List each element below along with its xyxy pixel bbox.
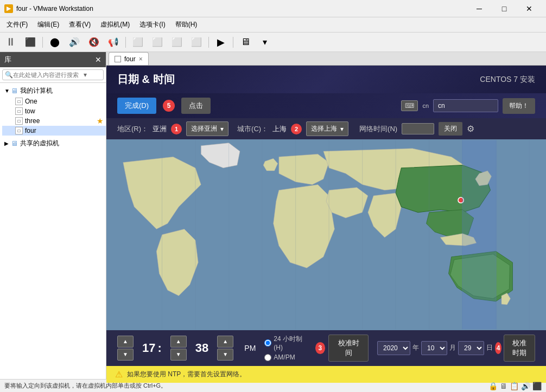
pause-button[interactable]: ⏸ bbox=[2, 35, 20, 50]
toolbar-screen2[interactable]: ⬜ bbox=[149, 35, 166, 50]
tree-arrow-icon: ▼ bbox=[4, 88, 11, 94]
status-icon-2[interactable]: 🖥 bbox=[500, 382, 507, 390]
ntp-label: 网络时间(N) bbox=[359, 124, 397, 134]
vm-name-tow: tow bbox=[25, 107, 35, 115]
sec-up-button[interactable]: ▲ bbox=[217, 336, 233, 348]
region-value: 亚洲 bbox=[153, 124, 167, 134]
app-icon: ▶ bbox=[4, 4, 13, 13]
sec-down-button[interactable]: ▼ bbox=[217, 349, 233, 361]
year-select[interactable]: 2020 bbox=[377, 341, 410, 355]
ntp-close-button[interactable]: 关闭 bbox=[439, 122, 462, 136]
close-button[interactable]: ✕ bbox=[517, 0, 542, 17]
toolbar-terminal[interactable]: ▶ bbox=[212, 35, 230, 50]
menu-edit[interactable]: 编辑(E) bbox=[33, 19, 64, 30]
vm-controls-row: 完成(D) 5 点击 ⌨ cn 帮助！ bbox=[106, 93, 546, 118]
vm-name-four: four bbox=[25, 127, 36, 134]
tab-close-button[interactable]: × bbox=[139, 55, 143, 63]
keyboard-icon: ⌨ bbox=[401, 100, 418, 111]
time-ampm: PM bbox=[244, 344, 256, 352]
click-button[interactable]: 点击 bbox=[181, 98, 211, 114]
ntp-input[interactable] bbox=[402, 123, 434, 134]
sidebar-tree: ▼ 🖥 我的计算机 □ One □ tow □ three ★ bbox=[0, 83, 106, 379]
toolbar-network[interactable]: ⬤ bbox=[46, 35, 64, 50]
sidebar-item-three[interactable]: □ three ★ bbox=[2, 116, 106, 126]
min-up-button[interactable]: ▲ bbox=[170, 336, 187, 348]
menu-tabs[interactable]: 选项卡(I) bbox=[135, 19, 169, 30]
vm-header: 日期 & 时间 CENTOS 7 安装 bbox=[106, 66, 546, 93]
tab-four[interactable]: four × bbox=[109, 52, 149, 65]
my-computer-group: ▼ 🖥 我的计算机 □ One □ tow □ three ★ bbox=[0, 85, 106, 136]
status-bar-right: 🔒 🖥 📋 🔊 ⬛ bbox=[488, 382, 542, 390]
vm-icon-tow: □ bbox=[15, 107, 23, 115]
select-region-button[interactable]: 选择亚洲 ▾ bbox=[186, 121, 228, 136]
toolbar-btn-1[interactable]: ⬛ bbox=[22, 35, 39, 50]
ampm-label: AM/PM bbox=[274, 354, 295, 361]
menu-help[interactable]: 帮助(H) bbox=[171, 19, 202, 30]
toolbar-screen4[interactable]: ⬜ bbox=[188, 35, 205, 50]
hour-down-button[interactable]: ▼ bbox=[117, 349, 134, 361]
vm-name-three: three bbox=[25, 117, 40, 125]
settings-icon[interactable]: ⚙ bbox=[467, 124, 474, 134]
status-icon-5[interactable]: ⬛ bbox=[532, 382, 542, 390]
sidebar-close-button[interactable]: ✕ bbox=[95, 55, 101, 64]
sidebar-item-four[interactable]: □ four bbox=[2, 126, 106, 136]
day-select[interactable]: 29 bbox=[458, 341, 484, 355]
minimize-button[interactable]: ─ bbox=[467, 0, 492, 17]
toolbar-screen3[interactable]: ⬜ bbox=[168, 35, 186, 50]
step1-badge: 1 bbox=[171, 124, 182, 134]
24h-radio-group: 24 小时制(H) bbox=[264, 335, 306, 351]
warning-icon: ⚠ bbox=[115, 369, 123, 380]
search-cn-input[interactable] bbox=[433, 99, 498, 112]
toolbar-display[interactable]: 🖥 bbox=[237, 35, 254, 50]
vm-icon-three: □ bbox=[15, 117, 23, 125]
calibrate-date-button[interactable]: 校准时期 bbox=[504, 335, 535, 362]
tab-label: four bbox=[124, 55, 136, 63]
search-cn-label: cn bbox=[422, 102, 429, 109]
select-region-label: 选择亚洲 bbox=[191, 124, 217, 133]
toolbar-audio[interactable]: 🔊 bbox=[66, 35, 83, 50]
hour-up-button[interactable]: ▲ bbox=[117, 336, 134, 348]
menu-view[interactable]: 查看(V) bbox=[65, 19, 95, 30]
month-select[interactable]: 10 bbox=[421, 341, 447, 355]
toolbar-separator-4 bbox=[233, 37, 233, 48]
sidebar-search-box: 🔍 ▾ bbox=[2, 69, 104, 80]
status-icon-3[interactable]: 📋 bbox=[510, 382, 519, 390]
dropdown-icon[interactable]: ▾ bbox=[84, 71, 87, 79]
toolbar-screen1[interactable]: ⬜ bbox=[129, 35, 147, 50]
search-input[interactable] bbox=[13, 72, 84, 78]
warning-text: 如果您要使用 NTP，需要首先设置网络。 bbox=[127, 370, 246, 379]
status-icon-1[interactable]: 🔒 bbox=[488, 382, 498, 390]
menu-file[interactable]: 文件(F) bbox=[2, 19, 32, 30]
toolbar-display-arrow[interactable]: ▾ bbox=[256, 35, 274, 50]
24h-radio[interactable] bbox=[264, 339, 271, 346]
vm-icon-four: □ bbox=[15, 127, 23, 134]
step4-badge: 4 bbox=[495, 342, 501, 354]
sidebar-header: 库 ✕ bbox=[0, 52, 106, 67]
my-computer-header[interactable]: ▼ 🖥 我的计算机 bbox=[2, 85, 106, 97]
toolbar-vol[interactable]: 📢 bbox=[105, 35, 122, 50]
calibrate-time-area: 3 校准时间 bbox=[315, 335, 369, 362]
shared-header[interactable]: ▶ 🖥 共享的虚拟机 bbox=[2, 138, 106, 149]
calibrate-time-button[interactable]: 校准时间 bbox=[328, 335, 369, 362]
tab-bar: four × bbox=[106, 52, 546, 66]
maximize-button[interactable]: □ bbox=[492, 0, 517, 17]
sidebar-item-one[interactable]: □ One bbox=[2, 97, 106, 106]
min-display: 38 bbox=[195, 341, 208, 355]
shared-arrow-icon: ▶ bbox=[4, 140, 11, 146]
select-city-button[interactable]: 选择上海 ▾ bbox=[306, 121, 348, 136]
warning-bar: ⚠ 如果您要使用 NTP，需要首先设置网络。 bbox=[106, 366, 546, 383]
toolbar-mute[interactable]: 🔇 bbox=[85, 35, 103, 50]
vm-page-title: 日期 & 时间 bbox=[117, 72, 175, 87]
ampm-radio[interactable] bbox=[264, 354, 271, 361]
tab-vm-icon bbox=[115, 56, 121, 62]
city-dropdown-icon: ▾ bbox=[340, 125, 344, 133]
sidebar-item-tow[interactable]: □ tow bbox=[2, 106, 106, 116]
menu-vm[interactable]: 虚拟机(M) bbox=[96, 19, 134, 30]
min-down-button[interactable]: ▼ bbox=[170, 349, 187, 361]
done-button[interactable]: 完成(D) bbox=[117, 98, 156, 114]
status-icon-4[interactable]: 🔊 bbox=[521, 382, 530, 390]
sidebar-search-area: 🔍 ▾ bbox=[0, 67, 106, 83]
help-button[interactable]: 帮助！ bbox=[503, 98, 535, 114]
time-colon: : bbox=[157, 341, 161, 355]
city-value: 上海 bbox=[272, 124, 287, 134]
